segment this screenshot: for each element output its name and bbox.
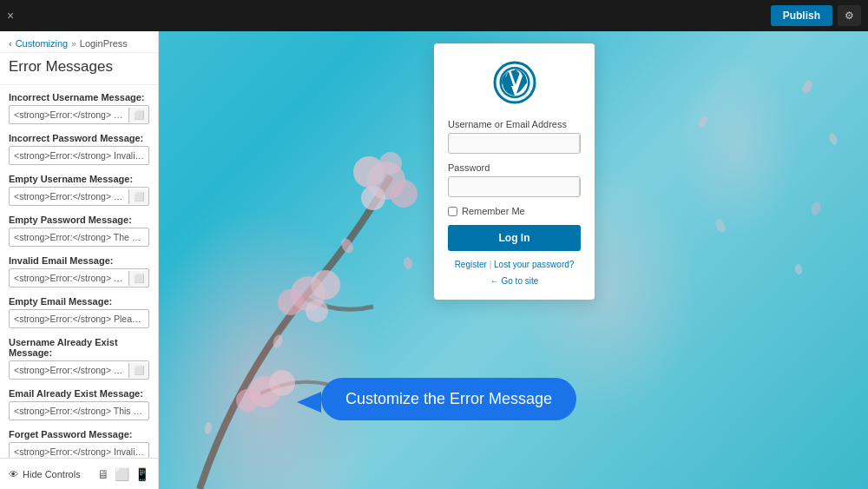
svg-point-15 bbox=[204, 421, 213, 434]
settings-gear-button[interactable]: ⚙ bbox=[838, 5, 861, 26]
svg-point-10 bbox=[269, 370, 295, 396]
go-to-site-link[interactable]: site bbox=[525, 276, 539, 286]
invalid-email-label: Invalid Email Message: bbox=[9, 255, 149, 266]
incorrect-username-input[interactable] bbox=[10, 106, 128, 123]
back-arrow-icon: ‹ bbox=[9, 38, 12, 49]
svg-point-21 bbox=[713, 218, 727, 235]
incorrect-username-field: Incorrect Username Message: ⬜ bbox=[9, 92, 149, 124]
desktop-icon[interactable]: 🖥 bbox=[97, 467, 109, 481]
toolbar-left: × bbox=[7, 9, 14, 23]
sidebar: ‹ Customizing » LoginPress Error Message… bbox=[0, 31, 159, 458]
incorrect-password-label: Incorrect Password Message: bbox=[9, 133, 149, 143]
empty-password-input[interactable] bbox=[10, 228, 148, 246]
wp-logo bbox=[448, 61, 581, 107]
lost-password-link[interactable]: Lost your password? bbox=[494, 260, 574, 269]
empty-email-input[interactable] bbox=[10, 310, 148, 327]
incorrect-password-field: Incorrect Password Message: bbox=[9, 133, 149, 165]
password-lock-icon[interactable]: 🔒 bbox=[579, 179, 581, 195]
register-link[interactable]: Register bbox=[455, 260, 487, 269]
empty-username-icon[interactable]: ⬜ bbox=[128, 189, 148, 204]
wordpress-logo-icon bbox=[493, 61, 536, 104]
svg-point-14 bbox=[402, 256, 413, 270]
empty-email-label: Empty Email Message: bbox=[9, 296, 149, 307]
svg-point-2 bbox=[390, 180, 418, 208]
empty-email-input-wrap[interactable] bbox=[9, 309, 149, 328]
invalid-email-field: Invalid Email Message: ⬜ bbox=[9, 255, 149, 287]
svg-point-8 bbox=[306, 300, 328, 322]
mobile-icon[interactable]: 📱 bbox=[135, 467, 149, 481]
breadcrumb-section: LoginPress bbox=[80, 38, 128, 49]
username-exist-field: Username Already Exist Message: ⬜ bbox=[9, 337, 149, 380]
petal-right bbox=[677, 52, 851, 313]
empty-username-label: Empty Username Message: bbox=[9, 174, 149, 184]
svg-point-7 bbox=[278, 289, 304, 315]
sidebar-title: Error Messages bbox=[0, 53, 158, 85]
password-label: Password bbox=[448, 162, 581, 173]
eye-icon: 👁 bbox=[9, 469, 18, 479]
breadcrumb-separator: » bbox=[71, 39, 76, 49]
incorrect-password-input[interactable] bbox=[10, 147, 148, 164]
toolbar: × Publish ⚙ bbox=[0, 0, 868, 31]
username-exist-icon[interactable]: ⬜ bbox=[128, 363, 148, 378]
bottom-bar: 👁 Hide Controls 🖥 ⬜ 📱 bbox=[0, 458, 159, 489]
close-button[interactable]: × bbox=[7, 9, 14, 23]
username-action-icon[interactable]: ⬜ bbox=[579, 135, 581, 152]
svg-point-3 bbox=[361, 186, 385, 210]
sidebar-fields: Incorrect Username Message: ⬜ Incorrect … bbox=[0, 85, 158, 458]
forget-password-label: Forget Password Message: bbox=[9, 429, 149, 439]
incorrect-username-label: Incorrect Username Message: bbox=[9, 92, 149, 102]
invalid-email-icon[interactable]: ⬜ bbox=[128, 271, 148, 286]
username-input[interactable] bbox=[449, 134, 579, 153]
email-exist-field: Email Already Exist Message: bbox=[9, 388, 149, 420]
breadcrumb: ‹ Customizing » LoginPress bbox=[0, 31, 158, 53]
login-card: Username or Email Address ⬜ Password 🔒 👁… bbox=[434, 43, 595, 300]
customizing-link[interactable]: Customizing bbox=[16, 38, 69, 49]
remember-me-row: Remember Me bbox=[448, 206, 581, 216]
svg-point-16 bbox=[800, 79, 814, 96]
email-exist-input-wrap[interactable] bbox=[9, 401, 149, 420]
hide-controls-label: Hide Controls bbox=[23, 469, 81, 479]
remember-checkbox[interactable] bbox=[448, 207, 457, 216]
svg-point-19 bbox=[794, 263, 803, 274]
incorrect-username-input-wrap[interactable]: ⬜ bbox=[9, 105, 149, 124]
password-input-wrap[interactable]: 🔒 👁 bbox=[448, 176, 581, 197]
incorrect-username-icon[interactable]: ⬜ bbox=[128, 108, 148, 122]
tooltip-text: Customize the Error Message bbox=[345, 390, 552, 407]
svg-point-11 bbox=[236, 389, 259, 412]
password-input[interactable] bbox=[449, 177, 579, 196]
svg-point-4 bbox=[379, 152, 402, 175]
svg-point-20 bbox=[697, 115, 709, 129]
go-to-label: ← Go to bbox=[490, 276, 523, 286]
card-links: Register | Lost your password? bbox=[448, 260, 581, 269]
invalid-email-input[interactable] bbox=[10, 269, 128, 287]
forget-password-field: Forget Password Message: bbox=[9, 429, 149, 458]
empty-email-field: Empty Email Message: bbox=[9, 296, 149, 328]
empty-password-label: Empty Password Message: bbox=[9, 215, 149, 225]
forget-password-input-wrap[interactable] bbox=[9, 442, 149, 458]
username-exist-label: Username Already Exist Message: bbox=[9, 337, 149, 358]
go-to-site: ← Go to site bbox=[448, 276, 581, 286]
invalid-email-input-wrap[interactable]: ⬜ bbox=[9, 268, 149, 287]
forget-password-input[interactable] bbox=[10, 443, 148, 458]
empty-username-input-wrap[interactable]: ⬜ bbox=[9, 187, 149, 206]
publish-button[interactable]: Publish bbox=[771, 5, 832, 26]
cherry-blossom-decoration bbox=[130, 124, 434, 489]
username-input-wrap[interactable]: ⬜ bbox=[448, 133, 581, 154]
svg-point-17 bbox=[828, 132, 838, 146]
email-exist-label: Email Already Exist Message: bbox=[9, 388, 149, 399]
empty-password-input-wrap[interactable] bbox=[9, 228, 149, 247]
hide-controls-button[interactable]: 👁 Hide Controls bbox=[9, 469, 81, 479]
empty-username-field: Empty Username Message: ⬜ bbox=[9, 174, 149, 206]
email-exist-input[interactable] bbox=[10, 402, 148, 420]
username-label: Username or Email Address bbox=[448, 119, 581, 129]
incorrect-password-input-wrap[interactable] bbox=[9, 146, 149, 165]
login-button[interactable]: Log In bbox=[448, 225, 581, 251]
tooltip-arrow bbox=[297, 392, 321, 413]
svg-point-6 bbox=[311, 270, 340, 300]
empty-username-input[interactable] bbox=[10, 188, 128, 205]
username-exist-input[interactable] bbox=[10, 361, 128, 379]
device-switcher: 🖥 ⬜ 📱 bbox=[97, 467, 149, 481]
empty-password-field: Empty Password Message: bbox=[9, 215, 149, 247]
username-exist-input-wrap[interactable]: ⬜ bbox=[9, 360, 149, 380]
tablet-icon[interactable]: ⬜ bbox=[115, 467, 129, 481]
